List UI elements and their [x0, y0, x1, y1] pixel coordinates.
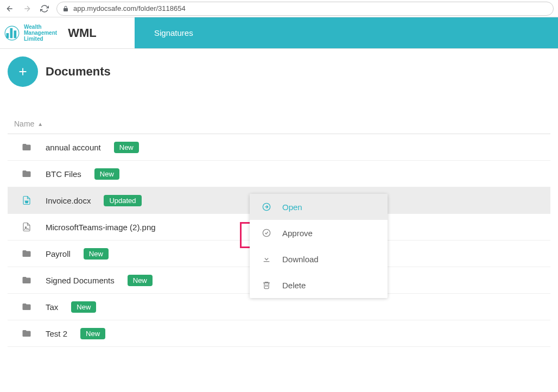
- row-name: BTC Files: [46, 169, 81, 179]
- folder-icon: [22, 142, 33, 153]
- app-header: Wealth Management Limited WML Signatures: [0, 17, 558, 49]
- download-icon: [262, 254, 271, 264]
- reload-button[interactable]: [39, 3, 50, 14]
- approve-icon: [262, 228, 271, 238]
- back-button[interactable]: [4, 3, 15, 14]
- brand-name: WML: [68, 26, 97, 40]
- status-badge: New: [114, 142, 139, 153]
- folder-icon: [22, 328, 33, 339]
- table-row[interactable]: BTC FilesNew: [8, 161, 550, 187]
- sort-asc-icon: ▲: [37, 121, 43, 127]
- folder-icon: [22, 301, 33, 312]
- row-name: MicrosoftTeams-image (2).png: [46, 223, 156, 232]
- status-badge: New: [80, 328, 105, 339]
- logo-section: Wealth Management Limited WML: [0, 17, 135, 48]
- status-badge: New: [71, 301, 96, 313]
- svg-point-4: [263, 229, 270, 236]
- browser-toolbar: app.mydocsafe.com/folder/3118654: [0, 0, 558, 17]
- menu-approve[interactable]: Approve: [250, 220, 388, 246]
- row-name: Invoice.docx: [46, 196, 91, 205]
- forward-button[interactable]: [22, 3, 33, 14]
- folder-icon: [22, 168, 33, 179]
- status-badge: New: [94, 168, 119, 180]
- folder-icon: [22, 275, 33, 286]
- svg-text:W: W: [25, 200, 28, 204]
- menu-delete[interactable]: Delete: [250, 272, 388, 298]
- word-icon: W: [22, 195, 33, 206]
- row-name: Payroll: [46, 249, 71, 258]
- tab-signatures[interactable]: Signatures: [154, 28, 193, 37]
- open-icon: [262, 202, 271, 212]
- table-row[interactable]: annual accountNew: [8, 134, 550, 161]
- status-badge: New: [84, 248, 109, 260]
- logo-icon: [4, 26, 20, 41]
- content-header: Documents: [8, 56, 550, 87]
- menu-download-label: Download: [282, 255, 319, 264]
- image-icon: [22, 222, 33, 232]
- row-name: Signed Documents: [46, 276, 115, 285]
- col-name: Name: [14, 119, 34, 128]
- url-bar[interactable]: app.mydocsafe.com/folder/3118654: [56, 2, 554, 16]
- delete-icon: [262, 280, 271, 290]
- row-name: Test 2: [46, 329, 67, 338]
- menu-delete-label: Delete: [282, 281, 306, 290]
- row-name: annual account: [46, 143, 101, 152]
- status-badge: New: [128, 275, 153, 286]
- menu-open[interactable]: Open: [250, 194, 388, 220]
- nav-tabs: Signatures: [135, 17, 558, 48]
- folder-icon: [22, 248, 33, 259]
- logo-text: Wealth Management Limited: [24, 24, 57, 42]
- menu-approve-label: Approve: [282, 229, 313, 238]
- table-header[interactable]: Name ▲: [8, 114, 550, 134]
- menu-open-label: Open: [282, 203, 302, 212]
- status-badge: Updated: [104, 195, 141, 206]
- context-menu: Open Approve Download Delete: [250, 194, 388, 298]
- table-row[interactable]: Test 2New: [8, 320, 550, 347]
- menu-download[interactable]: Download: [250, 246, 388, 272]
- row-name: Tax: [46, 302, 58, 312]
- add-button[interactable]: [8, 56, 38, 87]
- page-title: Documents: [46, 65, 111, 79]
- lock-icon: [62, 5, 69, 12]
- url-text: app.mydocsafe.com/folder/3118654: [73, 4, 186, 12]
